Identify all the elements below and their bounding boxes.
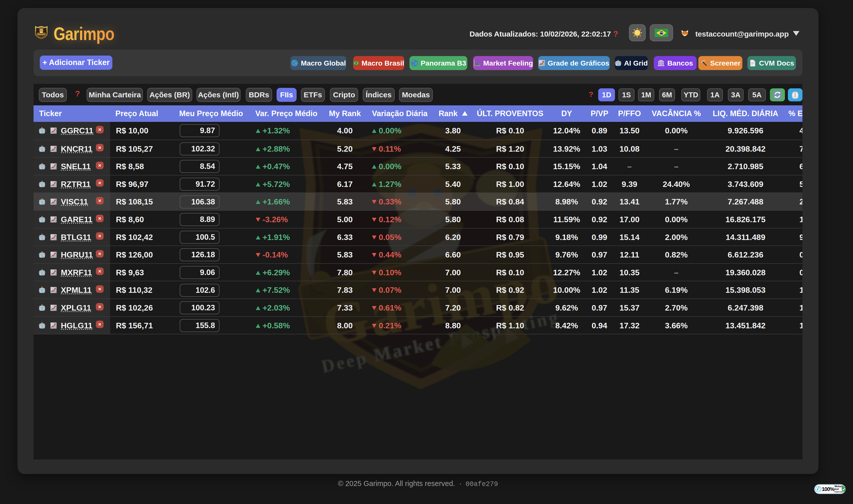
svg-text:Garimpo: Garimpo [38, 33, 45, 35]
